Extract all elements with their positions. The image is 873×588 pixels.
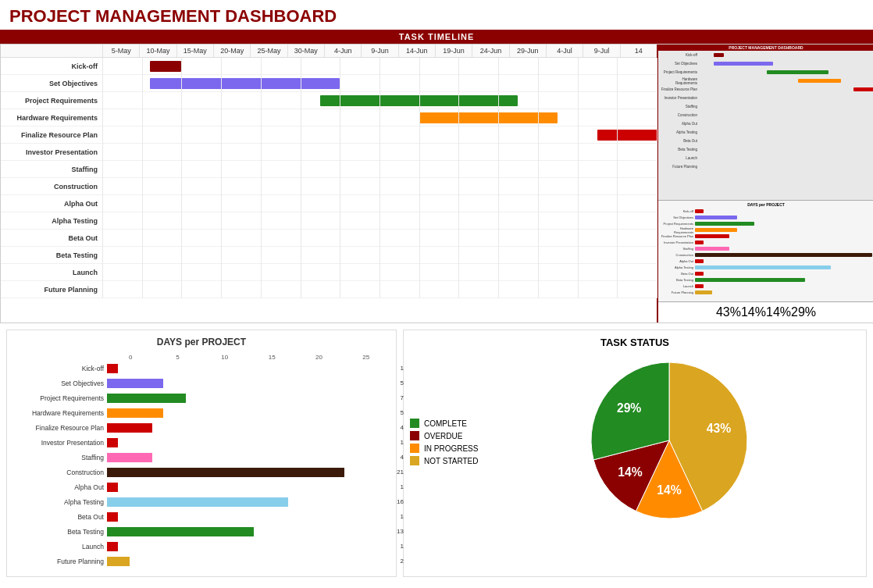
gantt-grid-line xyxy=(458,264,459,281)
gantt-bar-area xyxy=(102,144,657,161)
legend-label: NOT STARTED xyxy=(424,457,478,465)
gantt-grid-line xyxy=(142,212,143,230)
gantt-date-label: 20-May xyxy=(213,45,250,57)
gantt-grid-line xyxy=(181,281,182,298)
gantt-grid-line xyxy=(221,230,222,247)
gantt-grid-line xyxy=(617,144,618,161)
pie-svg: 43%14%14%29% xyxy=(583,355,755,526)
gantt-grid-line xyxy=(340,144,340,161)
gantt-grid-line xyxy=(379,92,380,109)
gantt-grid-line xyxy=(142,264,143,281)
gantt-task-label: Construction xyxy=(1,183,102,191)
gantt-grid-line xyxy=(181,75,182,92)
gantt-grid-line xyxy=(617,127,618,144)
gantt-grid-line xyxy=(419,281,420,298)
bar-chart-row: Set Objectives5 xyxy=(13,377,390,390)
gantt-grid-line xyxy=(538,264,539,281)
gantt-bar-area xyxy=(102,109,657,127)
gantt-grid-line xyxy=(578,58,579,75)
legend-color-box xyxy=(410,444,419,453)
gantt-grid-line xyxy=(340,247,340,264)
gantt-grid-line xyxy=(181,212,182,230)
bar-chart-row: Investor Presentation1 xyxy=(13,437,390,449)
gantt-grid-line xyxy=(538,127,539,144)
bar-chart-row: Beta Out1 xyxy=(13,511,390,523)
gantt-grid-line xyxy=(419,58,420,75)
gantt-grid-line xyxy=(221,212,222,230)
bar-axis: 0510152025 xyxy=(107,354,390,361)
thumbnail-task-row: Staffing xyxy=(658,102,873,111)
gantt-grid-line xyxy=(261,178,262,195)
bar-row-label: Set Objectives xyxy=(13,380,107,387)
gantt-grid-line xyxy=(498,58,499,75)
gantt-task-label: Alpha Out xyxy=(1,200,102,208)
gantt-task-row: Beta Out xyxy=(1,230,657,247)
gantt-grid-line xyxy=(261,264,262,281)
gantt-task-label: Launch xyxy=(1,269,102,276)
gantt-grid-line xyxy=(458,230,459,247)
gantt-grid-line xyxy=(538,161,539,178)
gantt-grid-line xyxy=(102,264,103,281)
gantt-grid-line xyxy=(657,264,657,281)
gantt-bar-area xyxy=(102,247,657,264)
bar-row-value: 1 xyxy=(401,364,404,373)
gantt-grid-line xyxy=(261,75,262,92)
gantt-task-label: Beta Out xyxy=(1,234,102,242)
bar-row-label: Hardware Requirements xyxy=(13,409,107,417)
gantt-date-label: 29-Jun xyxy=(509,45,546,57)
bar-chart-row: Staffing4 xyxy=(13,451,390,464)
gantt-grid-line xyxy=(419,178,420,195)
gantt-grid-line xyxy=(261,212,262,230)
gantt-grid-line xyxy=(578,230,579,247)
gantt-grid-line xyxy=(498,195,499,212)
gantt-grid-line xyxy=(419,161,420,178)
bar-row-value: 2 xyxy=(401,557,404,566)
gantt-task-label: Beta Testing xyxy=(1,251,102,259)
thumbnail-inner: PROJECT MANAGEMENT DASHBOARDKick-offSet … xyxy=(658,45,873,323)
gantt-grid-line xyxy=(498,247,499,264)
gantt-grid-line xyxy=(142,58,143,75)
gantt-grid-line xyxy=(498,75,499,92)
gantt-task-label: Alpha Testing xyxy=(1,217,102,225)
gantt-grid-line xyxy=(340,75,340,92)
gantt-grid-line xyxy=(379,58,380,75)
gantt-grid-line xyxy=(301,58,301,75)
thumbnail-top: PROJECT MANAGEMENT DASHBOARDKick-offSet … xyxy=(658,45,873,201)
gantt-grid-line xyxy=(142,161,143,178)
gantt-bar xyxy=(150,61,182,72)
gantt-grid-line xyxy=(657,230,657,247)
gantt-grid-line xyxy=(340,230,340,247)
bar-chart-row: Alpha Out1 xyxy=(13,481,390,494)
gantt-grid-line xyxy=(340,195,340,212)
gantt-grid-line xyxy=(301,247,301,264)
gantt-grid-line xyxy=(498,109,499,127)
gantt-grid-line xyxy=(498,161,499,178)
gantt-grid-line xyxy=(301,144,301,161)
gantt-task-row: Hardware Requirements xyxy=(1,109,657,127)
gantt-task-label: Future Planning xyxy=(1,286,102,294)
bar-row-value: 4 xyxy=(401,423,404,433)
bar-row-track: 4 xyxy=(107,453,390,462)
gantt-task-row: Construction xyxy=(1,178,657,195)
bar-row-fill xyxy=(107,497,288,507)
gantt-grid-line xyxy=(261,195,262,212)
gantt-grid-line xyxy=(379,178,380,195)
gantt-grid-line xyxy=(379,195,380,212)
thumbnail-task-row: Alpha Testing xyxy=(658,128,873,137)
bottom-section: DAYS per PROJECT 0510152025 Kick-off1Set… xyxy=(0,323,873,583)
gantt-rows: Kick-offSet ObjectivesProject Requiremen… xyxy=(1,58,657,298)
bar-row-value: 4 xyxy=(401,453,404,462)
gantt-task-row: Finalize Resource Plan xyxy=(1,127,657,144)
legend-label: COMPLETE xyxy=(424,419,467,428)
gantt-grid-line xyxy=(221,109,222,127)
bar-chart-row: Project Requirements7 xyxy=(13,392,390,404)
gantt-bar-area xyxy=(102,264,657,281)
gantt-grid-line xyxy=(379,230,380,247)
bar-row-label: Alpha Out xyxy=(13,483,107,491)
gantt-grid-line xyxy=(578,178,579,195)
bar-row-fill xyxy=(107,364,118,373)
bar-row-fill xyxy=(107,423,152,433)
gantt-grid-line xyxy=(538,92,539,109)
gantt-task-row: Investor Presentation xyxy=(1,144,657,161)
gantt-grid-line xyxy=(379,247,380,264)
